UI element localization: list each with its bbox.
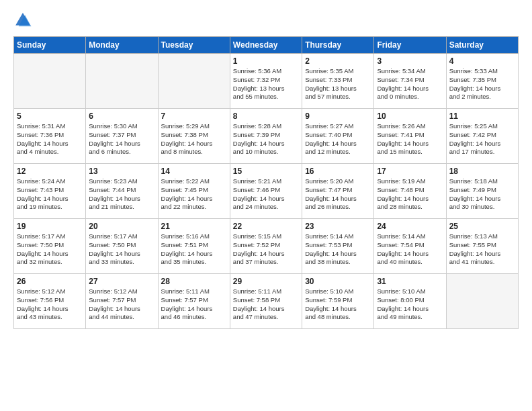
logo bbox=[13, 11, 35, 30]
day-info: Sunrise: 5:22 AM Sunset: 7:45 PM Dayligh… bbox=[161, 177, 227, 212]
weekday-header-sunday: Sunday bbox=[14, 37, 86, 54]
day-number: 11 bbox=[449, 111, 515, 121]
day-info: Sunrise: 5:12 AM Sunset: 7:56 PM Dayligh… bbox=[17, 287, 83, 322]
day-info: Sunrise: 5:11 AM Sunset: 7:57 PM Dayligh… bbox=[161, 287, 227, 322]
day-number: 21 bbox=[161, 222, 227, 231]
day-number: 22 bbox=[233, 222, 299, 231]
calendar-table: SundayMondayTuesdayWednesdayThursdayFrid… bbox=[13, 36, 519, 329]
calendar-cell: 31Sunrise: 5:10 AM Sunset: 8:00 PM Dayli… bbox=[374, 274, 446, 329]
day-info: Sunrise: 5:29 AM Sunset: 7:38 PM Dayligh… bbox=[161, 122, 227, 156]
weekday-header-friday: Friday bbox=[374, 37, 446, 54]
day-number: 28 bbox=[161, 277, 227, 286]
calendar-cell: 28Sunrise: 5:11 AM Sunset: 7:57 PM Dayli… bbox=[158, 274, 230, 329]
day-info: Sunrise: 5:17 AM Sunset: 7:50 PM Dayligh… bbox=[89, 232, 154, 267]
day-info: Sunrise: 5:34 AM Sunset: 7:34 PM Dayligh… bbox=[377, 67, 443, 101]
day-info: Sunrise: 5:27 AM Sunset: 7:40 PM Dayligh… bbox=[305, 122, 371, 156]
day-info: Sunrise: 5:31 AM Sunset: 7:36 PM Dayligh… bbox=[17, 122, 83, 156]
day-number: 18 bbox=[449, 167, 515, 176]
calendar-cell: 14Sunrise: 5:22 AM Sunset: 7:45 PM Dayli… bbox=[158, 164, 230, 219]
calendar-cell: 20Sunrise: 5:17 AM Sunset: 7:50 PM Dayli… bbox=[86, 219, 158, 274]
header bbox=[13, 11, 519, 30]
day-number: 27 bbox=[89, 277, 154, 286]
calendar-cell: 23Sunrise: 5:14 AM Sunset: 7:53 PM Dayli… bbox=[302, 219, 374, 274]
calendar-cell: 10Sunrise: 5:26 AM Sunset: 7:41 PM Dayli… bbox=[374, 109, 446, 164]
calendar-cell bbox=[86, 54, 158, 109]
day-number: 2 bbox=[305, 56, 371, 66]
day-number: 6 bbox=[89, 111, 154, 121]
week-row-4: 19Sunrise: 5:17 AM Sunset: 7:50 PM Dayli… bbox=[14, 219, 519, 274]
calendar-cell: 18Sunrise: 5:18 AM Sunset: 7:49 PM Dayli… bbox=[446, 164, 518, 219]
day-info: Sunrise: 5:25 AM Sunset: 7:42 PM Dayligh… bbox=[449, 122, 515, 156]
day-info: Sunrise: 5:21 AM Sunset: 7:46 PM Dayligh… bbox=[233, 177, 299, 212]
calendar-cell: 13Sunrise: 5:23 AM Sunset: 7:44 PM Dayli… bbox=[86, 164, 158, 219]
day-info: Sunrise: 5:26 AM Sunset: 7:41 PM Dayligh… bbox=[377, 122, 443, 156]
day-info: Sunrise: 5:36 AM Sunset: 7:32 PM Dayligh… bbox=[233, 67, 299, 101]
day-number: 20 bbox=[89, 222, 154, 231]
day-info: Sunrise: 5:11 AM Sunset: 7:58 PM Dayligh… bbox=[233, 287, 299, 322]
calendar-cell: 2Sunrise: 5:35 AM Sunset: 7:33 PM Daylig… bbox=[302, 54, 374, 109]
calendar-cell: 11Sunrise: 5:25 AM Sunset: 7:42 PM Dayli… bbox=[446, 109, 518, 164]
day-number: 13 bbox=[89, 167, 154, 176]
calendar-cell bbox=[446, 274, 518, 329]
calendar-cell: 17Sunrise: 5:19 AM Sunset: 7:48 PM Dayli… bbox=[374, 164, 446, 219]
day-number: 15 bbox=[233, 167, 299, 176]
calendar-cell: 8Sunrise: 5:28 AM Sunset: 7:39 PM Daylig… bbox=[230, 109, 302, 164]
day-info: Sunrise: 5:18 AM Sunset: 7:49 PM Dayligh… bbox=[449, 177, 515, 212]
calendar-cell: 6Sunrise: 5:30 AM Sunset: 7:37 PM Daylig… bbox=[86, 109, 158, 164]
day-info: Sunrise: 5:24 AM Sunset: 7:43 PM Dayligh… bbox=[17, 177, 83, 212]
calendar-cell: 9Sunrise: 5:27 AM Sunset: 7:40 PM Daylig… bbox=[302, 109, 374, 164]
weekday-header-thursday: Thursday bbox=[302, 37, 374, 54]
calendar-cell: 5Sunrise: 5:31 AM Sunset: 7:36 PM Daylig… bbox=[14, 109, 86, 164]
calendar-cell: 7Sunrise: 5:29 AM Sunset: 7:38 PM Daylig… bbox=[158, 109, 230, 164]
day-number: 25 bbox=[449, 222, 515, 231]
day-info: Sunrise: 5:16 AM Sunset: 7:51 PM Dayligh… bbox=[161, 232, 227, 267]
day-number: 24 bbox=[377, 222, 443, 231]
day-info: Sunrise: 5:30 AM Sunset: 7:37 PM Dayligh… bbox=[89, 122, 154, 156]
day-number: 3 bbox=[377, 56, 443, 66]
weekday-header-monday: Monday bbox=[86, 37, 158, 54]
day-number: 23 bbox=[305, 222, 371, 231]
calendar-cell: 21Sunrise: 5:16 AM Sunset: 7:51 PM Dayli… bbox=[158, 219, 230, 274]
day-number: 29 bbox=[233, 277, 299, 286]
day-number: 26 bbox=[17, 277, 83, 286]
day-number: 1 bbox=[233, 56, 299, 66]
calendar-cell: 25Sunrise: 5:13 AM Sunset: 7:55 PM Dayli… bbox=[446, 219, 518, 274]
day-info: Sunrise: 5:23 AM Sunset: 7:44 PM Dayligh… bbox=[89, 177, 154, 212]
week-row-1: 1Sunrise: 5:36 AM Sunset: 7:32 PM Daylig… bbox=[14, 54, 519, 109]
calendar-cell: 30Sunrise: 5:10 AM Sunset: 7:59 PM Dayli… bbox=[302, 274, 374, 329]
calendar-cell: 24Sunrise: 5:14 AM Sunset: 7:54 PM Dayli… bbox=[374, 219, 446, 274]
calendar-cell: 27Sunrise: 5:12 AM Sunset: 7:57 PM Dayli… bbox=[86, 274, 158, 329]
day-info: Sunrise: 5:20 AM Sunset: 7:47 PM Dayligh… bbox=[305, 177, 371, 212]
week-row-5: 26Sunrise: 5:12 AM Sunset: 7:56 PM Dayli… bbox=[14, 274, 519, 329]
day-info: Sunrise: 5:13 AM Sunset: 7:55 PM Dayligh… bbox=[449, 232, 515, 267]
calendar-cell: 26Sunrise: 5:12 AM Sunset: 7:56 PM Dayli… bbox=[14, 274, 86, 329]
calendar-cell bbox=[14, 54, 86, 109]
calendar-cell: 29Sunrise: 5:11 AM Sunset: 7:58 PM Dayli… bbox=[230, 274, 302, 329]
day-number: 12 bbox=[17, 167, 83, 176]
weekday-header-wednesday: Wednesday bbox=[230, 37, 302, 54]
page: SundayMondayTuesdayWednesdayThursdayFrid… bbox=[0, 0, 532, 340]
calendar-cell: 4Sunrise: 5:33 AM Sunset: 7:35 PM Daylig… bbox=[446, 54, 518, 109]
calendar-cell: 22Sunrise: 5:15 AM Sunset: 7:52 PM Dayli… bbox=[230, 219, 302, 274]
day-number: 8 bbox=[233, 111, 299, 121]
day-number: 17 bbox=[377, 167, 443, 176]
day-number: 19 bbox=[17, 222, 83, 231]
day-number: 5 bbox=[17, 111, 83, 121]
day-number: 9 bbox=[305, 111, 371, 121]
day-info: Sunrise: 5:33 AM Sunset: 7:35 PM Dayligh… bbox=[449, 67, 515, 101]
week-row-2: 5Sunrise: 5:31 AM Sunset: 7:36 PM Daylig… bbox=[14, 109, 519, 164]
calendar-cell: 1Sunrise: 5:36 AM Sunset: 7:32 PM Daylig… bbox=[230, 54, 302, 109]
day-info: Sunrise: 5:14 AM Sunset: 7:54 PM Dayligh… bbox=[377, 232, 443, 267]
day-number: 4 bbox=[449, 56, 515, 66]
calendar-cell bbox=[158, 54, 230, 109]
day-info: Sunrise: 5:19 AM Sunset: 7:48 PM Dayligh… bbox=[377, 177, 443, 212]
day-info: Sunrise: 5:12 AM Sunset: 7:57 PM Dayligh… bbox=[89, 287, 154, 322]
calendar-cell: 16Sunrise: 5:20 AM Sunset: 7:47 PM Dayli… bbox=[302, 164, 374, 219]
calendar-cell: 15Sunrise: 5:21 AM Sunset: 7:46 PM Dayli… bbox=[230, 164, 302, 219]
calendar-cell: 3Sunrise: 5:34 AM Sunset: 7:34 PM Daylig… bbox=[374, 54, 446, 109]
day-number: 14 bbox=[161, 167, 227, 176]
day-info: Sunrise: 5:10 AM Sunset: 8:00 PM Dayligh… bbox=[377, 287, 443, 322]
day-info: Sunrise: 5:17 AM Sunset: 7:50 PM Dayligh… bbox=[17, 232, 83, 267]
day-info: Sunrise: 5:28 AM Sunset: 7:39 PM Dayligh… bbox=[233, 122, 299, 156]
weekday-header-saturday: Saturday bbox=[446, 37, 518, 54]
